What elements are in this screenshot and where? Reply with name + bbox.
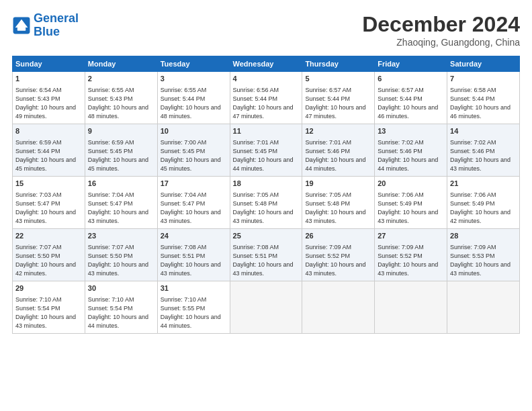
logo-general: General — [34, 11, 79, 25]
sunrise: Sunrise: 7:09 AM — [305, 244, 351, 250]
calendar-cell: 6Sunrise: 6:57 AMSunset: 5:44 PMDaylight… — [375, 72, 447, 124]
calendar-table: Sunday Monday Tuesday Wednesday Thursday… — [12, 56, 520, 334]
calendar-cell: 19Sunrise: 7:05 AMSunset: 5:48 PMDayligh… — [302, 177, 375, 229]
day-number: 15 — [15, 179, 82, 189]
day-number: 25 — [233, 231, 300, 242]
col-thursday: Thursday — [302, 56, 375, 72]
sunset: Sunset: 5:49 PM — [450, 200, 495, 207]
calendar-cell: 14Sunrise: 7:02 AMSunset: 5:46 PMDayligh… — [447, 124, 520, 177]
sunrise: Sunrise: 6:57 AM — [305, 87, 351, 93]
calendar-body: 1Sunrise: 6:54 AMSunset: 5:43 PMDaylight… — [13, 72, 520, 334]
sunrise: Sunrise: 7:09 AM — [378, 244, 424, 250]
day-number: 14 — [450, 126, 517, 137]
col-saturday: Saturday — [447, 56, 520, 72]
sunrise: Sunrise: 6:54 AM — [15, 87, 62, 93]
calendar-cell: 30Sunrise: 7:10 AMSunset: 5:54 PMDayligh… — [85, 281, 157, 334]
sunrise: Sunrise: 7:04 AM — [161, 191, 207, 198]
col-monday: Monday — [85, 56, 157, 72]
sunset: Sunset: 5:43 PM — [15, 95, 60, 102]
daylight-label: Daylight: 10 hours and 43 minutes. — [450, 261, 511, 277]
calendar-cell — [447, 281, 520, 334]
sunset: Sunset: 5:53 PM — [450, 253, 495, 259]
col-friday: Friday — [375, 56, 447, 72]
calendar-week-5: 29Sunrise: 7:10 AMSunset: 5:54 PMDayligh… — [13, 281, 520, 334]
daylight-label: Daylight: 10 hours and 43 minutes. — [161, 261, 221, 277]
sunset: Sunset: 5:52 PM — [305, 253, 350, 259]
sunrise: Sunrise: 6:59 AM — [15, 139, 62, 146]
sunrise: Sunrise: 7:05 AM — [233, 191, 279, 198]
daylight-label: Daylight: 10 hours and 43 minutes. — [88, 261, 148, 277]
sunset: Sunset: 5:44 PM — [233, 95, 278, 102]
day-number: 12 — [305, 126, 371, 137]
daylight-label: Daylight: 10 hours and 48 minutes. — [161, 104, 221, 120]
sunset: Sunset: 5:52 PM — [378, 253, 423, 259]
calendar-cell: 26Sunrise: 7:09 AMSunset: 5:52 PMDayligh… — [302, 229, 375, 281]
day-number: 16 — [88, 179, 154, 189]
daylight-label: Daylight: 10 hours and 44 minutes. — [305, 156, 365, 172]
calendar-cell: 25Sunrise: 7:08 AMSunset: 5:51 PMDayligh… — [230, 229, 302, 281]
day-number: 24 — [161, 231, 227, 242]
day-number: 1 — [15, 74, 82, 85]
calendar-cell: 28Sunrise: 7:09 AMSunset: 5:53 PMDayligh… — [447, 229, 520, 281]
sunrise: Sunrise: 7:10 AM — [15, 296, 62, 303]
sunrise: Sunrise: 7:07 AM — [88, 244, 134, 250]
sunset: Sunset: 5:48 PM — [305, 200, 350, 207]
sunrise: Sunrise: 6:57 AM — [378, 87, 424, 93]
calendar-week-3: 15Sunrise: 7:03 AMSunset: 5:47 PMDayligh… — [13, 177, 520, 229]
logo-text: General Blue — [34, 12, 79, 39]
calendar-cell: 13Sunrise: 7:02 AMSunset: 5:46 PMDayligh… — [375, 124, 447, 177]
daylight-label: Daylight: 10 hours and 46 minutes. — [378, 104, 438, 120]
sunset: Sunset: 5:44 PM — [15, 148, 60, 154]
daylight-label: Daylight: 10 hours and 43 minutes. — [233, 261, 294, 277]
calendar-cell: 16Sunrise: 7:04 AMSunset: 5:47 PMDayligh… — [85, 177, 157, 229]
calendar-week-1: 1Sunrise: 6:54 AMSunset: 5:43 PMDaylight… — [13, 72, 520, 124]
sunrise: Sunrise: 7:05 AM — [305, 191, 351, 198]
day-number: 17 — [161, 179, 227, 189]
header-row: Sunday Monday Tuesday Wednesday Thursday… — [13, 56, 520, 72]
daylight-label: Daylight: 10 hours and 43 minutes. — [161, 209, 221, 224]
sunset: Sunset: 5:49 PM — [378, 200, 423, 207]
calendar-cell — [230, 281, 302, 334]
sunrise: Sunrise: 7:08 AM — [161, 244, 207, 250]
col-wednesday: Wednesday — [230, 56, 302, 72]
day-number: 29 — [15, 283, 82, 294]
calendar-cell: 31Sunrise: 7:10 AMSunset: 5:55 PMDayligh… — [157, 281, 230, 334]
day-number: 27 — [378, 231, 444, 242]
day-number: 18 — [233, 179, 300, 189]
sunset: Sunset: 5:46 PM — [305, 148, 350, 154]
calendar-cell — [375, 281, 447, 334]
sunrise: Sunrise: 7:06 AM — [450, 191, 496, 198]
sunset: Sunset: 5:47 PM — [88, 200, 133, 207]
sunset: Sunset: 5:54 PM — [88, 305, 133, 312]
sunset: Sunset: 5:48 PM — [233, 200, 278, 207]
sunset: Sunset: 5:44 PM — [161, 95, 206, 102]
month-title: December 2024 — [362, 12, 520, 37]
daylight-label: Daylight: 10 hours and 43 minutes. — [15, 209, 76, 224]
daylight-label: Daylight: 10 hours and 42 minutes. — [450, 209, 511, 224]
calendar-cell: 4Sunrise: 6:56 AMSunset: 5:44 PMDaylight… — [230, 72, 302, 124]
daylight-label: Daylight: 10 hours and 43 minutes. — [305, 261, 365, 277]
day-number: 31 — [161, 283, 227, 294]
sunset: Sunset: 5:44 PM — [450, 95, 495, 102]
day-number: 5 — [305, 74, 371, 85]
sunset: Sunset: 5:54 PM — [15, 305, 60, 312]
daylight-label: Daylight: 10 hours and 43 minutes. — [378, 261, 438, 277]
calendar-cell: 5Sunrise: 6:57 AMSunset: 5:44 PMDaylight… — [302, 72, 375, 124]
svg-rect-2 — [17, 28, 26, 31]
calendar-cell: 1Sunrise: 6:54 AMSunset: 5:43 PMDaylight… — [13, 72, 85, 124]
day-number: 23 — [88, 231, 154, 242]
col-tuesday: Tuesday — [157, 56, 230, 72]
day-number: 10 — [161, 126, 227, 137]
sunset: Sunset: 5:44 PM — [305, 95, 350, 102]
calendar-cell: 3Sunrise: 6:55 AMSunset: 5:44 PMDaylight… — [157, 72, 230, 124]
logo: General Blue — [12, 12, 79, 39]
day-number: 20 — [378, 179, 444, 189]
sunset: Sunset: 5:46 PM — [450, 148, 495, 154]
calendar-week-2: 8Sunrise: 6:59 AMSunset: 5:44 PMDaylight… — [13, 124, 520, 177]
calendar-cell: 21Sunrise: 7:06 AMSunset: 5:49 PMDayligh… — [447, 177, 520, 229]
day-number: 22 — [15, 231, 82, 242]
sunrise: Sunrise: 7:01 AM — [233, 139, 279, 146]
calendar-cell: 22Sunrise: 7:07 AMSunset: 5:50 PMDayligh… — [13, 229, 85, 281]
calendar-week-4: 22Sunrise: 7:07 AMSunset: 5:50 PMDayligh… — [13, 229, 520, 281]
calendar-cell: 27Sunrise: 7:09 AMSunset: 5:52 PMDayligh… — [375, 229, 447, 281]
